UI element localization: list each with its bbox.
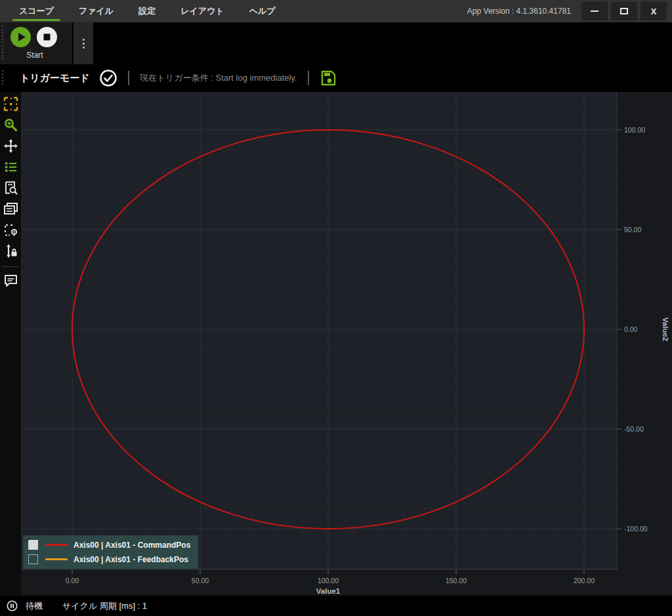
legend-item-1: Axis00 | Axis01 - FeedbackPos: [28, 554, 190, 564]
trigger-bar: トリガーモード 現在トリガー条件 : Start log immediately…: [0, 64, 672, 92]
svg-text:0.00: 0.00: [624, 325, 638, 333]
start-button[interactable]: [10, 27, 31, 47]
svg-text:50.00: 50.00: [192, 577, 209, 585]
legend-checkbox-1[interactable]: [28, 554, 38, 564]
svg-text:0.00: 0.00: [66, 577, 79, 585]
menu-tab-2[interactable]: 設定: [126, 0, 168, 22]
toolbar-overflow-button[interactable]: [74, 22, 93, 64]
stop-button[interactable]: [37, 27, 57, 47]
app-version-label: App Version : 4.1.3610.41781: [467, 7, 571, 16]
svg-text:50.00: 50.00: [624, 226, 641, 234]
toolbar: Start: [0, 22, 672, 64]
zoom-in-button[interactable]: [3, 117, 18, 133]
svg-text:Value2: Value2: [662, 318, 669, 341]
menu-tab-3[interactable]: レイアウト: [168, 0, 237, 22]
comment-icon: [3, 273, 18, 288]
save-icon: [320, 70, 337, 87]
stop-icon: [37, 27, 57, 47]
pan-icon: [3, 138, 18, 154]
legend-checkbox-0[interactable]: [28, 540, 38, 550]
play-icon: [10, 27, 31, 47]
separator: [128, 71, 129, 85]
region-marker-button[interactable]: [3, 222, 18, 237]
sidebar-divider: [2, 266, 19, 267]
svg-text:100.00: 100.00: [318, 577, 339, 585]
pan-button[interactable]: [3, 138, 18, 154]
trigger-mode-label: トリガーモード: [20, 72, 90, 85]
marker-box-icon: [3, 222, 18, 237]
svg-text:-50.00: -50.00: [624, 425, 644, 433]
menu-tab-4[interactable]: ヘルプ: [237, 0, 288, 22]
status-state-label: 待機: [26, 600, 43, 612]
start-button-label: Start: [9, 51, 60, 60]
record-control-panel: Start: [0, 22, 72, 64]
zoom-in-icon: [3, 117, 18, 133]
legend-item-0: Axis00 | Axis01 - CommandPos: [28, 540, 190, 550]
status-cycle-label: サイクル 周期 [ms] : 1: [62, 600, 147, 612]
trigger-drag-handle[interactable]: [2, 70, 3, 86]
channel-list-button[interactable]: [3, 159, 18, 175]
menu-tab-0[interactable]: スコープ: [7, 0, 66, 22]
chart-plot-area[interactable]: 0.0050.00100.00150.00200.00100.0050.000.…: [21, 92, 672, 596]
menu-bar: スコープファイル設定レイアウトヘルプ App Version : 4.1.361…: [0, 0, 672, 22]
maximize-button[interactable]: [611, 2, 637, 20]
legend-line-sample: [45, 558, 68, 560]
menu-tab-1[interactable]: ファイル: [66, 0, 126, 22]
minimize-icon: [591, 10, 598, 12]
pause-status-icon: [7, 600, 18, 611]
svg-text:200.00: 200.00: [574, 577, 595, 585]
check-icon: [23, 535, 32, 544]
svg-text:150.00: 150.00: [446, 577, 467, 585]
axis-lock-icon: [3, 243, 18, 258]
check-circle-icon: [99, 69, 117, 87]
layout-pages-button[interactable]: [3, 201, 18, 216]
minimize-button[interactable]: [581, 2, 608, 20]
status-bar: 待機 サイクル 周期 [ms] : 1: [0, 596, 672, 616]
fit-view-button[interactable]: [3, 96, 18, 112]
svg-text:-100.00: -100.00: [624, 525, 648, 533]
close-button[interactable]: X: [640, 2, 667, 20]
legend-line-sample: [45, 544, 68, 546]
pages-icon: [3, 201, 18, 216]
menu-tabs: スコープファイル設定レイアウトヘルプ: [7, 0, 288, 22]
trigger-condition-text: 現在トリガー条件 : Start log immediately.: [140, 72, 297, 84]
panel-drag-handle[interactable]: [2, 26, 3, 61]
search-document-icon: [3, 180, 18, 195]
save-trigger-button[interactable]: [320, 70, 337, 87]
search-data-button[interactable]: [3, 180, 18, 195]
separator: [308, 71, 309, 85]
trigger-mode-button[interactable]: [99, 69, 117, 87]
legend-label: Axis00 | Axis01 - FeedbackPos: [74, 555, 188, 564]
xy-chart[interactable]: 0.0050.00100.00150.00200.00100.0050.000.…: [21, 92, 672, 596]
maximize-icon: [620, 8, 628, 14]
comment-button[interactable]: [3, 272, 18, 288]
legend-label: Axis00 | Axis01 - CommandPos: [74, 541, 190, 550]
axis-lock-button[interactable]: [3, 243, 18, 258]
svg-text:100.00: 100.00: [624, 126, 645, 134]
list-icon: [3, 159, 18, 175]
svg-text:Value1: Value1: [316, 587, 341, 595]
chart-tool-sidebar: [0, 92, 21, 596]
chart-legend: Axis00 | Axis01 - CommandPosAxis00 | Axi…: [23, 535, 198, 569]
window-controls: App Version : 4.1.3610.41781 X: [467, 2, 672, 20]
fit-view-icon: [3, 96, 18, 112]
ellipsis-icon: [83, 39, 85, 41]
